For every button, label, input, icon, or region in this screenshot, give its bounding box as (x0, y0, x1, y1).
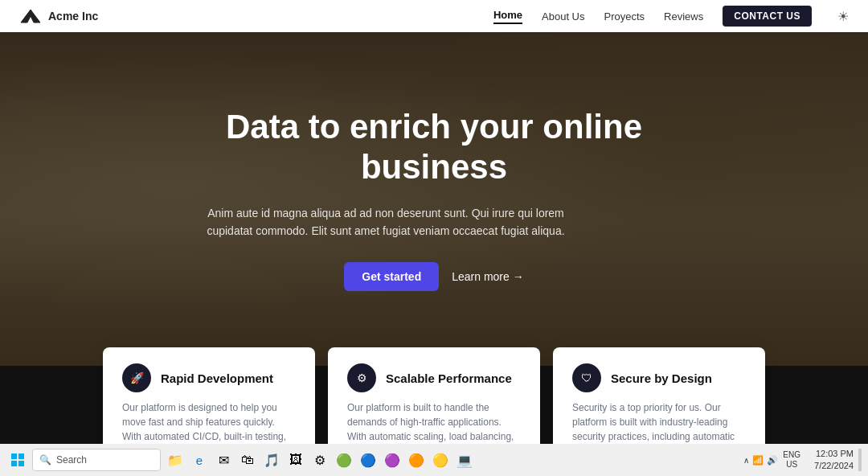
svg-rect-3 (18, 461, 24, 466)
rapid-dev-title: Rapid Development (161, 371, 273, 385)
taskbar-language: ENG US (783, 450, 800, 470)
taskbar-clock[interactable]: 12:03 PM 7/22/2024 (805, 448, 854, 473)
card-header-rapid: 🚀 Rapid Development (122, 363, 296, 392)
secure-design-title: Secure by Design (611, 371, 712, 385)
taskbar-app-mail[interactable]: ✉ (212, 449, 235, 471)
svg-rect-1 (18, 453, 24, 459)
taskbar-app-dev[interactable]: 💻 (453, 449, 476, 471)
secure-design-icon: 🛡 (572, 363, 601, 392)
card-header-secure: 🛡 Secure by Design (572, 363, 746, 392)
taskbar-app-photos[interactable]: 🖼 (285, 449, 307, 471)
nav-reviews[interactable]: Reviews (664, 10, 703, 23)
navbar: Acme Inc Home About Us Proyects Reviews … (0, 0, 868, 32)
get-started-button[interactable]: Get started (344, 262, 439, 291)
scalable-perf-icon: ⚙ (347, 363, 376, 392)
hero-section: Data to enrich your online business Anim… (0, 0, 868, 366)
taskbar-app-green[interactable]: 🟢 (333, 449, 355, 471)
tray-network-icon: 📶 (752, 455, 764, 466)
taskbar-date: 7/22/2024 (805, 460, 854, 472)
hero-content: Data to enrich your online business Anim… (193, 75, 675, 292)
svg-rect-2 (11, 461, 17, 466)
tray-volume-icon: 🔊 (767, 455, 778, 466)
theme-toggle-button[interactable]: ☀ (837, 9, 849, 24)
nav-proyects[interactable]: Proyects (604, 10, 645, 23)
taskbar-app-music[interactable]: 🎵 (260, 449, 283, 471)
nav-home[interactable]: Home (493, 9, 522, 24)
taskbar-app-icons: 📁 e ✉ 🛍 🎵 🖼 ⚙ 🟢 🔵 🟣 🟠 🟡 💻 (164, 449, 740, 471)
brand-name: Acme Inc (48, 10, 98, 23)
taskbar-app-store[interactable]: 🛍 (236, 449, 259, 471)
taskbar-app-orange[interactable]: 🟠 (405, 449, 428, 471)
taskbar: 🔍 Search 📁 e ✉ 🛍 🎵 🖼 ⚙ 🟢 🔵 🟣 🟠 🟡 💻 ∧ 📶 🔊… (0, 444, 868, 476)
hero-buttons: Get started Learn more → (193, 262, 675, 291)
rapid-dev-icon: 🚀 (122, 363, 151, 392)
taskbar-app-blue[interactable]: 🔵 (357, 449, 379, 471)
card-header-scalable: ⚙ Scalable Performance (347, 363, 521, 392)
tray-chevron-icon[interactable]: ∧ (743, 456, 749, 465)
taskbar-app-file-explorer[interactable]: 📁 (164, 449, 186, 471)
taskbar-app-settings[interactable]: ⚙ (309, 449, 331, 471)
navbar-logo: Acme Inc (19, 8, 98, 24)
contact-us-button[interactable]: CONTACT US (723, 6, 812, 27)
windows-start-button[interactable] (6, 449, 29, 471)
hero-subtitle: Anim aute id magna aliqua ad ad non dese… (193, 204, 579, 240)
nav-about[interactable]: About Us (542, 10, 584, 23)
scalable-perf-title: Scalable Performance (386, 371, 512, 385)
taskbar-app-yellow[interactable]: 🟡 (429, 449, 452, 471)
taskbar-app-edge[interactable]: e (188, 449, 211, 471)
search-icon: 🔍 (39, 454, 51, 466)
windows-logo-icon (11, 453, 24, 466)
learn-more-button[interactable]: Learn more → (452, 270, 523, 283)
taskbar-system-tray: ∧ 📶 🔊 ENG US 12:03 PM 7/22/2024 (743, 448, 862, 473)
show-desktop-button[interactable] (858, 449, 862, 471)
taskbar-app-purple[interactable]: 🟣 (381, 449, 403, 471)
system-tray-icons: ∧ 📶 🔊 (743, 455, 778, 466)
taskbar-search-box[interactable]: 🔍 Search (32, 449, 161, 471)
navbar-nav: Home About Us Proyects Reviews CONTACT U… (493, 6, 849, 27)
taskbar-time: 12:03 PM (805, 448, 854, 460)
logo-icon (19, 8, 42, 24)
search-input-placeholder: Search (56, 454, 87, 466)
hero-title: Data to enrich your online business (193, 107, 675, 188)
svg-rect-0 (11, 453, 17, 459)
